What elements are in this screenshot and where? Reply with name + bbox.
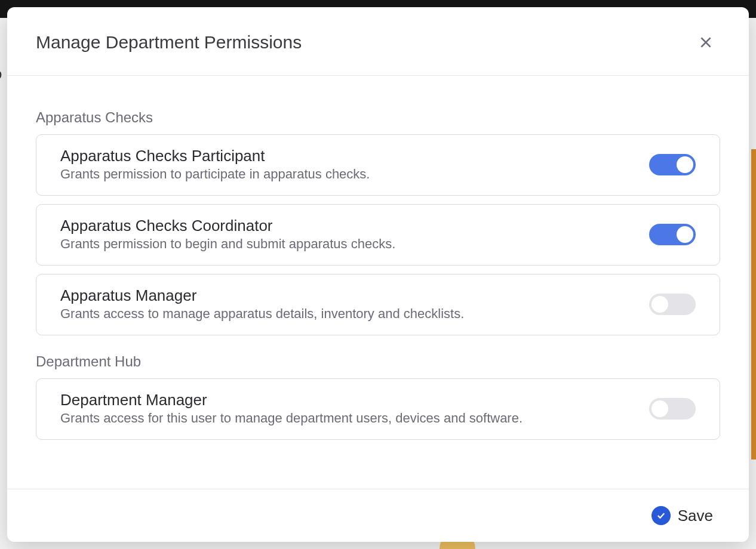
permission-description: Grants access to manage apparatus detail…: [60, 306, 637, 322]
modal-header: Manage Department Permissions: [7, 7, 749, 76]
toggle-knob: [651, 400, 668, 417]
toggle-apparatus-participant[interactable]: [649, 154, 696, 175]
modal-title: Manage Department Permissions: [36, 32, 302, 53]
save-label: Save: [678, 507, 713, 525]
section-title: Apparatus Checks: [36, 109, 720, 126]
section-department-hub: Department Hub Department Manager Grants…: [36, 353, 720, 440]
permission-title: Apparatus Checks Coordinator: [60, 217, 637, 235]
section-apparatus-checks: Apparatus Checks Apparatus Checks Partic…: [36, 109, 720, 335]
check-circle-icon: [651, 506, 671, 525]
permissions-modal: Manage Department Permissions Apparatus …: [7, 7, 749, 542]
modal-body: Apparatus Checks Apparatus Checks Partic…: [7, 76, 749, 489]
permission-description: Grants permission to participate in appa…: [60, 166, 637, 182]
permission-description: Grants permission to begin and submit ap…: [60, 236, 637, 252]
permission-text: Department Manager Grants access for thi…: [60, 391, 637, 426]
permission-text: Apparatus Checks Coordinator Grants perm…: [60, 217, 637, 252]
toggle-apparatus-coordinator[interactable]: [649, 224, 696, 245]
permission-card-department-manager: Department Manager Grants access for thi…: [36, 378, 720, 440]
save-button[interactable]: Save: [651, 506, 713, 525]
background-text: o: [0, 66, 2, 82]
permission-text: Apparatus Checks Participant Grants perm…: [60, 147, 637, 182]
section-title: Department Hub: [36, 353, 720, 370]
permission-description: Grants access for this user to manage de…: [60, 411, 637, 426]
toggle-knob: [677, 156, 693, 173]
background-accent: [751, 149, 756, 459]
toggle-knob: [651, 296, 668, 313]
permission-title: Department Manager: [60, 391, 637, 409]
close-button[interactable]: [696, 33, 715, 52]
toggle-apparatus-manager[interactable]: [649, 294, 696, 315]
modal-footer: Save: [7, 489, 749, 542]
permission-card-apparatus-coordinator: Apparatus Checks Coordinator Grants perm…: [36, 204, 720, 266]
permission-title: Apparatus Manager: [60, 286, 637, 305]
permission-card-apparatus-manager: Apparatus Manager Grants access to manag…: [36, 274, 720, 335]
toggle-department-manager[interactable]: [649, 398, 696, 420]
permission-card-apparatus-participant: Apparatus Checks Participant Grants perm…: [36, 134, 720, 196]
permission-text: Apparatus Manager Grants access to manag…: [60, 286, 637, 322]
permission-title: Apparatus Checks Participant: [60, 147, 637, 165]
close-icon: [698, 35, 714, 50]
toggle-knob: [677, 226, 693, 243]
